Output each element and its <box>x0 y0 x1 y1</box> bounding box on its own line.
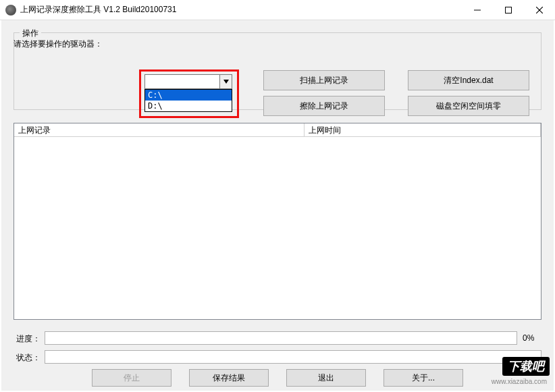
chevron-down-icon <box>223 80 229 84</box>
save-results-button[interactable]: 保存结果 <box>189 369 269 387</box>
button-label: 关于... <box>412 372 435 384</box>
svg-rect-1 <box>506 7 512 13</box>
zero-free-space-button[interactable]: 磁盘空闲空间填零 <box>408 96 529 116</box>
minimize-button[interactable] <box>462 0 493 20</box>
listview-body[interactable] <box>14 137 541 319</box>
column-time[interactable]: 上网时间 <box>305 123 541 137</box>
about-button[interactable]: 关于... <box>384 369 463 387</box>
app-icon <box>5 5 16 16</box>
button-label: 退出 <box>318 372 334 384</box>
wipe-records-button[interactable]: 擦除上网记录 <box>263 96 385 116</box>
button-label: 磁盘空闲空间填零 <box>436 101 501 112</box>
records-listview[interactable]: 上网记录 上网时间 <box>14 123 541 320</box>
window-controls <box>462 0 555 20</box>
groupbox-legend: 操作 <box>20 28 41 39</box>
progress-bar <box>45 331 517 345</box>
drive-combobox[interactable] <box>144 74 232 89</box>
button-label: 停止 <box>124 372 140 384</box>
bottom-toolbar: 停止 保存结果 退出 关于... <box>1 366 554 391</box>
window-title: 上网记录深度擦除工具 V1.2 Build20100731 <box>20 4 462 16</box>
progress-label: 进度： <box>16 333 41 345</box>
client-area: 操作 请选择要操作的驱动器： C:\ D:\ 扫描上网记录 擦除上网记录 清空I… <box>1 20 554 391</box>
drive-option-d[interactable]: D:\ <box>145 101 232 111</box>
drive-combobox-button[interactable] <box>219 75 232 88</box>
button-label: 扫描上网记录 <box>300 75 348 86</box>
close-button[interactable] <box>524 0 555 20</box>
status-text <box>45 350 541 364</box>
watermark-logo: 下载吧 <box>502 357 550 376</box>
listview-header: 上网记录 上网时间 <box>14 123 541 137</box>
exit-button[interactable]: 退出 <box>286 369 366 387</box>
stop-button[interactable]: 停止 <box>92 369 171 387</box>
watermark-text: 下载吧 <box>502 357 550 376</box>
watermark-url: www.xiazaiba.com <box>492 378 547 385</box>
drive-combobox-value[interactable] <box>145 75 219 88</box>
button-label: 保存结果 <box>213 372 245 384</box>
scan-records-button[interactable]: 扫描上网记录 <box>263 70 385 90</box>
titlebar: 上网记录深度擦除工具 V1.2 Build20100731 <box>0 0 555 20</box>
maximize-button[interactable] <box>493 0 524 20</box>
drive-option-c[interactable]: C:\ <box>145 90 232 101</box>
column-record[interactable]: 上网记录 <box>14 123 305 137</box>
progress-percent: 0% <box>523 333 534 343</box>
drive-dropdown-list[interactable]: C:\ D:\ <box>144 89 232 112</box>
clear-index-button[interactable]: 清空Index.dat <box>408 70 529 90</box>
button-label: 擦除上网记录 <box>300 101 348 112</box>
button-label: 清空Index.dat <box>444 75 493 86</box>
drive-select-label: 请选择要操作的驱动器： <box>14 38 103 50</box>
status-label: 状态： <box>16 352 41 364</box>
